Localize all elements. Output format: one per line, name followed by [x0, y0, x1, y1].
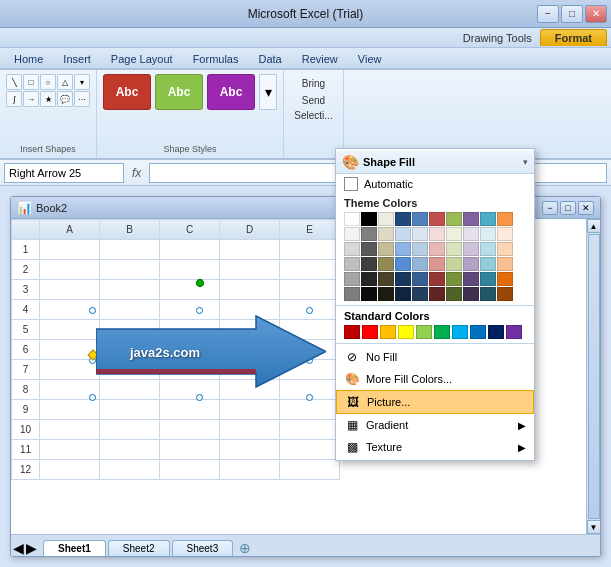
color-cell[interactable] — [344, 272, 360, 286]
color-cell[interactable] — [344, 242, 360, 256]
color-cell[interactable] — [446, 212, 462, 226]
color-cell[interactable] — [497, 212, 513, 226]
color-cell[interactable] — [361, 287, 377, 301]
color-cell[interactable] — [446, 287, 462, 301]
sheet-close[interactable]: ✕ — [578, 201, 594, 215]
color-cell[interactable] — [361, 212, 377, 226]
color-cell[interactable] — [412, 287, 428, 301]
color-cell[interactable] — [463, 257, 479, 271]
standard-color-cell[interactable] — [344, 325, 360, 339]
color-cell[interactable] — [429, 227, 445, 241]
sheet-maximize[interactable]: □ — [560, 201, 576, 215]
color-cell[interactable] — [446, 242, 462, 256]
color-cell[interactable] — [446, 272, 462, 286]
name-box[interactable]: Right Arrow 25 — [4, 163, 124, 183]
standard-color-cell[interactable] — [488, 325, 504, 339]
texture-item[interactable]: ▩ Texture ▶ — [336, 436, 534, 458]
scroll-thumb[interactable] — [588, 234, 600, 519]
sheet-tab-2[interactable]: Sheet2 — [108, 540, 170, 556]
standard-color-cell[interactable] — [398, 325, 414, 339]
col-c[interactable]: C — [160, 220, 220, 240]
send-label[interactable]: Send — [300, 93, 327, 108]
shape-more[interactable]: ▾ — [74, 74, 90, 90]
color-cell[interactable] — [412, 212, 428, 226]
tab-insert[interactable]: Insert — [53, 50, 101, 68]
color-cell[interactable] — [395, 212, 411, 226]
standard-color-cell[interactable] — [362, 325, 378, 339]
tab-formulas[interactable]: Formulas — [183, 50, 249, 68]
color-cell[interactable] — [463, 227, 479, 241]
standard-color-cell[interactable] — [434, 325, 450, 339]
tab-format[interactable]: Format — [540, 29, 607, 46]
color-cell[interactable] — [395, 227, 411, 241]
tab-review[interactable]: Review — [292, 50, 348, 68]
color-cell[interactable] — [429, 272, 445, 286]
col-e[interactable]: E — [280, 220, 340, 240]
close-button[interactable]: ✕ — [585, 5, 607, 23]
tab-page-layout[interactable]: Page Layout — [101, 50, 183, 68]
color-cell[interactable] — [378, 272, 394, 286]
scroll-up[interactable]: ▲ — [587, 219, 601, 233]
color-cell[interactable] — [378, 257, 394, 271]
shape-arrow[interactable]: → — [23, 91, 39, 107]
color-cell[interactable] — [463, 242, 479, 256]
more-colors-item[interactable]: 🎨 More Fill Colors... — [336, 368, 534, 390]
color-cell[interactable] — [395, 257, 411, 271]
color-cell[interactable] — [429, 242, 445, 256]
color-cell[interactable] — [497, 272, 513, 286]
standard-color-cell[interactable] — [380, 325, 396, 339]
color-cell[interactable] — [361, 227, 377, 241]
tab-view[interactable]: View — [348, 50, 392, 68]
color-cell[interactable] — [463, 287, 479, 301]
color-cell[interactable] — [446, 257, 462, 271]
color-cell[interactable] — [446, 227, 462, 241]
color-cell[interactable] — [395, 272, 411, 286]
color-cell[interactable] — [480, 257, 496, 271]
shape-oval[interactable]: ○ — [40, 74, 56, 90]
color-cell[interactable] — [497, 257, 513, 271]
color-cell[interactable] — [378, 287, 394, 301]
sheet-nav-next[interactable]: ▶ — [26, 540, 37, 556]
arrow-shape[interactable]: java2s.com — [96, 314, 326, 389]
standard-color-cell[interactable] — [452, 325, 468, 339]
color-cell[interactable] — [497, 242, 513, 256]
color-cell[interactable] — [361, 242, 377, 256]
sheet-tab-3[interactable]: Sheet3 — [172, 540, 234, 556]
standard-color-cell[interactable] — [506, 325, 522, 339]
shape-star[interactable]: ★ — [40, 91, 56, 107]
shape-callout[interactable]: 💬 — [57, 91, 73, 107]
color-cell[interactable] — [497, 287, 513, 301]
sheet-minimize[interactable]: − — [542, 201, 558, 215]
shape-curve[interactable]: ∫ — [6, 91, 22, 107]
color-cell[interactable] — [378, 227, 394, 241]
tab-data[interactable]: Data — [248, 50, 291, 68]
color-cell[interactable] — [463, 212, 479, 226]
color-cell[interactable] — [395, 242, 411, 256]
shape-tri[interactable]: △ — [57, 74, 73, 90]
col-d[interactable]: D — [220, 220, 280, 240]
color-cell[interactable] — [412, 272, 428, 286]
color-cell[interactable] — [412, 257, 428, 271]
shape-line[interactable]: ╲ — [6, 74, 22, 90]
col-a[interactable]: A — [40, 220, 100, 240]
color-cell[interactable] — [344, 212, 360, 226]
selection-label[interactable]: Selecti... — [292, 108, 334, 123]
handle-bm[interactable] — [196, 394, 203, 401]
color-cell[interactable] — [429, 287, 445, 301]
shape-fill-header[interactable]: 🎨 Shape Fill ▾ — [336, 151, 534, 174]
color-cell[interactable] — [361, 257, 377, 271]
color-cell[interactable] — [378, 242, 394, 256]
color-cell[interactable] — [480, 227, 496, 241]
color-cell[interactable] — [378, 212, 394, 226]
handle-tl[interactable] — [89, 307, 96, 314]
no-fill-item[interactable]: ⊘ No Fill — [336, 346, 534, 368]
automatic-item[interactable]: Automatic — [336, 174, 534, 194]
standard-color-cell[interactable] — [470, 325, 486, 339]
color-cell[interactable] — [344, 257, 360, 271]
color-cell[interactable] — [480, 287, 496, 301]
color-cell[interactable] — [412, 227, 428, 241]
tab-home[interactable]: Home — [4, 50, 53, 68]
color-cell[interactable] — [344, 287, 360, 301]
color-cell[interactable] — [395, 287, 411, 301]
scroll-down[interactable]: ▼ — [587, 520, 601, 534]
